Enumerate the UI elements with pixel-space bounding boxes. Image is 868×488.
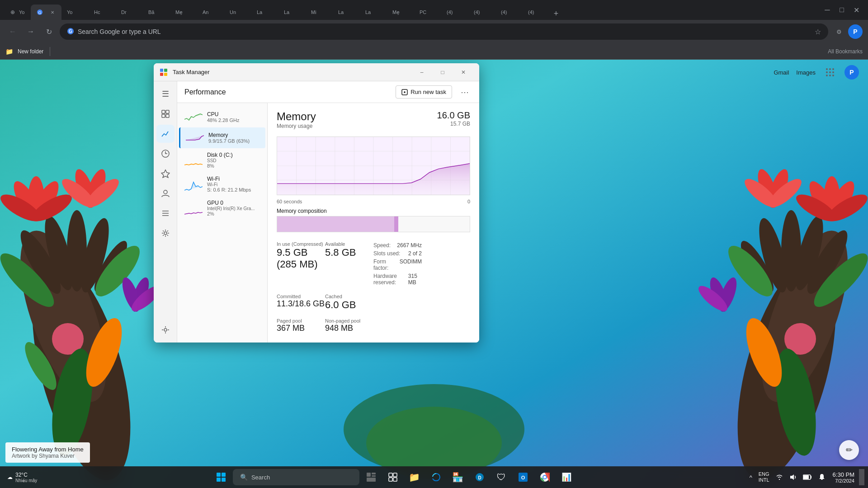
- wifi-tray-icon[interactable]: [773, 472, 786, 483]
- taskmanager-taskbar-button[interactable]: 📊: [557, 467, 576, 487]
- volume-tray-icon[interactable]: [787, 472, 799, 483]
- tab-item-19[interactable]: (4): [495, 5, 523, 20]
- nav-details-button[interactable]: [156, 204, 175, 222]
- notifications-tray[interactable]: [816, 472, 828, 483]
- memory-info: Memory 9.9/15.7 GB (63%): [208, 132, 260, 144]
- tab-item-5[interactable]: Dr: [116, 5, 143, 20]
- close-chrome-button[interactable]: ✕: [850, 4, 863, 16]
- bookmarks-separator: [50, 47, 50, 56]
- battery-tray-icon[interactable]: [800, 472, 815, 482]
- tab-item-11[interactable]: La: [278, 5, 306, 20]
- svg-point-75: [164, 190, 167, 194]
- file-explorer-button[interactable]: 📁: [405, 467, 425, 487]
- google-apps-button[interactable]: [823, 65, 837, 80]
- slots-label: Slots used:: [373, 250, 400, 257]
- back-button[interactable]: ←: [5, 24, 20, 39]
- minimize-chrome-button[interactable]: ─: [821, 4, 834, 16]
- weather-info: 32°C Nhiều mây: [15, 472, 37, 483]
- taskbar-search[interactable]: 🔍 Search: [233, 469, 359, 485]
- svg-point-58: [832, 68, 834, 70]
- tab-item-15[interactable]: Mẹ: [387, 5, 414, 20]
- weather-icon: ☁: [7, 474, 13, 480]
- nav-startup-button[interactable]: [156, 164, 175, 183]
- perf-item-wifi[interactable]: Wi-Fi Wi-Fi S: 0.6 R: 21.2 Mbps: [179, 172, 265, 196]
- dell-button[interactable]: D: [470, 467, 490, 487]
- disk-detail2: SSD: [207, 158, 260, 163]
- tab-icon-2: G: [36, 9, 43, 16]
- nav-history-button[interactable]: [156, 145, 175, 163]
- tab-item-1[interactable]: ⊕ Yo: [4, 5, 31, 20]
- minimize-button[interactable]: –: [411, 65, 432, 80]
- maximize-button[interactable]: □: [432, 65, 453, 80]
- svg-rect-71: [162, 114, 165, 117]
- nav-settings-button[interactable]: [156, 321, 175, 339]
- svg-rect-67: [160, 73, 163, 76]
- reload-button[interactable]: ↻: [42, 24, 56, 39]
- svg-rect-66: [164, 69, 167, 72]
- weather-widget[interactable]: ☁ 32°C Nhiều mây: [4, 470, 41, 485]
- tab-item-12[interactable]: Mi: [306, 5, 333, 20]
- tab-item-14[interactable]: La: [360, 5, 387, 20]
- new-tab-button[interactable]: +: [550, 7, 562, 20]
- google-profile-button[interactable]: P: [844, 65, 859, 80]
- svg-rect-109: [389, 478, 392, 481]
- language-text: ENGINTL: [759, 471, 769, 483]
- tab-label-15: Mẹ: [392, 9, 400, 15]
- widgets-button[interactable]: [361, 467, 381, 487]
- svg-rect-104: [372, 473, 376, 474]
- store-button[interactable]: 🏪: [448, 467, 468, 487]
- tab-item-16[interactable]: PC: [414, 5, 441, 20]
- forward-button[interactable]: →: [24, 24, 38, 39]
- tab-item-17[interactable]: (4): [441, 5, 468, 20]
- security-button[interactable]: 🛡: [491, 467, 511, 487]
- edge-button[interactable]: [426, 467, 446, 487]
- tab-item-9[interactable]: Un: [224, 5, 251, 20]
- perf-item-gpu[interactable]: GPU 0 Intel(R) Iris(R) Xe Gra... 2%: [179, 196, 265, 220]
- more-options-button[interactable]: ⋯: [458, 85, 472, 99]
- gmail-link[interactable]: Gmail: [774, 69, 789, 76]
- extensions-button[interactable]: ⚙: [832, 24, 846, 39]
- nav-services-button[interactable]: [156, 224, 175, 242]
- nav-menu-button[interactable]: ☰: [156, 85, 175, 103]
- svg-point-61: [832, 71, 834, 73]
- form-factor-value: SODIMM: [400, 258, 422, 271]
- perf-item-cpu[interactable]: CPU 48% 2.28 GHz: [179, 107, 265, 127]
- address-bar[interactable]: G Search Google or type a URL ☆: [60, 23, 828, 40]
- edit-button[interactable]: ✏: [839, 440, 859, 460]
- chrome-button[interactable]: [535, 467, 555, 487]
- system-clock[interactable]: 6:30 PM 7/2/2024: [829, 469, 858, 485]
- tab-item-18[interactable]: (4): [468, 5, 495, 20]
- clock-time: 6:30 PM: [833, 471, 854, 478]
- perf-item-memory[interactable]: Memory 9.9/15.7 GB (63%): [179, 127, 265, 148]
- tab-item-20[interactable]: (4): [523, 5, 550, 20]
- run-new-task-button[interactable]: Run new task: [396, 85, 452, 99]
- show-desktop-button[interactable]: [859, 469, 864, 485]
- memory-stats: In use (Compressed) 9.5 GB (285 MB) Avai…: [277, 239, 470, 288]
- tab-close-2[interactable]: ✕: [49, 9, 56, 16]
- tab-item-2[interactable]: G ✕: [31, 5, 61, 20]
- images-link[interactable]: Images: [796, 69, 816, 76]
- tab-item-4[interactable]: Hc: [89, 5, 116, 20]
- close-button[interactable]: ✕: [453, 65, 474, 80]
- nav-summary-button[interactable]: [156, 105, 175, 123]
- show-hidden-icons[interactable]: ^: [747, 472, 755, 483]
- start-button[interactable]: [211, 467, 231, 487]
- tab-item-8[interactable]: An: [197, 5, 224, 20]
- nav-users-button[interactable]: [156, 184, 175, 202]
- tab-item-6[interactable]: Bă: [143, 5, 170, 20]
- task-view-button[interactable]: [383, 467, 403, 487]
- profile-button[interactable]: P: [848, 24, 863, 39]
- tab-item-13[interactable]: La: [333, 5, 360, 20]
- bookmark-star-icon[interactable]: ☆: [815, 28, 821, 36]
- tab-item-3[interactable]: Yo: [61, 5, 89, 20]
- tab-item-10[interactable]: La: [251, 5, 278, 20]
- tab-item-7[interactable]: Mẹ: [170, 5, 197, 20]
- perf-item-disk[interactable]: Disk 0 (C:) SSD 8%: [179, 148, 265, 172]
- all-bookmarks-label[interactable]: All Bookmarks: [828, 48, 863, 55]
- new-folder-bookmark[interactable]: New folder: [14, 47, 47, 56]
- outlook-button[interactable]: O: [513, 467, 533, 487]
- language-indicator[interactable]: ENGINTL: [756, 469, 772, 485]
- svg-rect-102: [222, 478, 226, 482]
- maximize-chrome-button[interactable]: □: [835, 4, 848, 16]
- nav-performance-button[interactable]: [156, 125, 175, 143]
